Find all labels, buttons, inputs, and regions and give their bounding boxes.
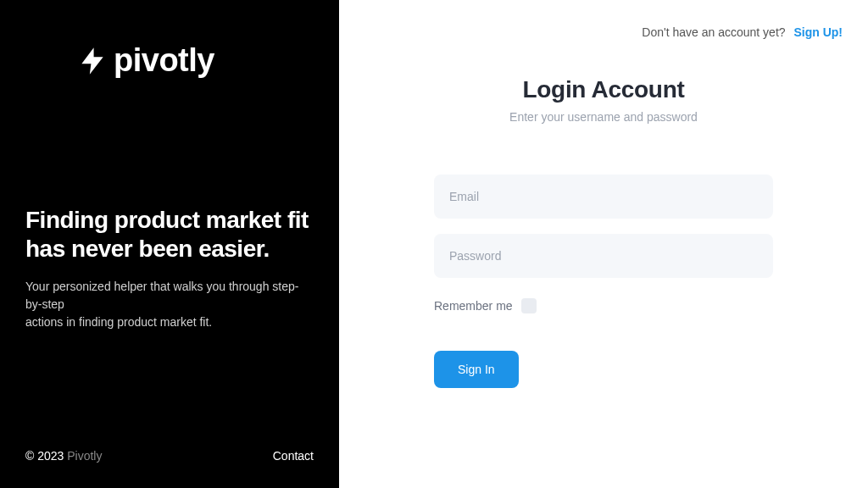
- copyright-prefix: © 2023: [25, 449, 67, 463]
- right-panel: Don't have an account yet? Sign Up! Logi…: [339, 0, 868, 488]
- logo: pivotly: [76, 42, 314, 79]
- remember-label: Remember me: [434, 299, 513, 313]
- form-subtitle: Enter your username and password: [364, 110, 843, 124]
- logo-text: pivotly: [114, 42, 214, 79]
- copyright: © 2023 Pivotly: [25, 449, 102, 463]
- signin-button[interactable]: Sign In: [434, 351, 519, 388]
- footer: © 2023 Pivotly Contact: [25, 449, 314, 463]
- signup-prompt: Don't have an account yet? Sign Up!: [642, 25, 843, 39]
- left-panel: pivotly Finding product market fit has n…: [0, 0, 339, 488]
- signup-link[interactable]: Sign Up!: [793, 25, 843, 39]
- form-title: Login Account: [364, 76, 843, 103]
- marketing-content: Finding product market fit has never bee…: [25, 206, 314, 331]
- login-form: Remember me Sign In: [434, 175, 773, 388]
- subtext-line-1: Your personized helper that walks you th…: [25, 278, 314, 313]
- signup-prompt-text: Don't have an account yet?: [642, 25, 785, 39]
- subtext-line-2: actions in finding product market fit.: [25, 313, 314, 331]
- email-field[interactable]: [434, 175, 773, 219]
- copyright-brand: Pivotly: [67, 449, 102, 463]
- form-container: Login Account Enter your username and pa…: [364, 76, 843, 388]
- lightning-icon: [76, 44, 108, 78]
- contact-link[interactable]: Contact: [273, 449, 314, 463]
- subtext: Your personized helper that walks you th…: [25, 278, 314, 331]
- password-field[interactable]: [434, 234, 773, 278]
- remember-checkbox[interactable]: [521, 298, 537, 313]
- remember-row: Remember me: [434, 298, 773, 313]
- headline: Finding product market fit has never bee…: [25, 206, 314, 263]
